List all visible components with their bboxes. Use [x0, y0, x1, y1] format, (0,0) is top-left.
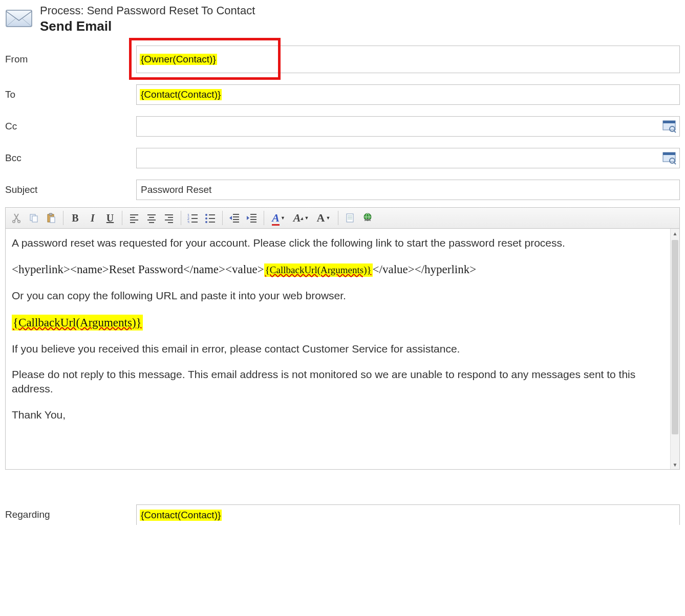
svg-rect-12	[32, 216, 37, 222]
svg-text:3: 3	[187, 221, 189, 223]
page-title: Send Email	[40, 18, 255, 34]
font-color-button[interactable]: A▼	[267, 209, 290, 227]
italic-button[interactable]: I	[84, 209, 101, 227]
svg-point-10	[18, 221, 20, 223]
svg-rect-6	[663, 152, 675, 155]
mail-icon	[5, 5, 33, 30]
body-text: {CallbackUrl(Arguments)}	[12, 315, 664, 331]
page-header: Process: Send Password Reset To Contact …	[2, 2, 683, 43]
svg-rect-48	[347, 214, 353, 222]
svg-rect-15	[50, 217, 55, 223]
insert-hyperlink-button[interactable]	[359, 209, 376, 227]
editor-container: A password reset was requested for your …	[5, 229, 680, 470]
callback-url-token[interactable]: {CallbackUrl(Arguments)}	[264, 263, 373, 277]
toolbar-separator	[63, 211, 63, 225]
editor-scrollbar[interactable]: ▲ ▼	[670, 229, 679, 469]
scroll-up-button[interactable]: ▲	[671, 229, 679, 238]
bulleted-list-button[interactable]	[202, 209, 219, 227]
svg-text:2: 2	[187, 217, 189, 221]
to-input[interactable]: {Contact(Contact)}	[136, 84, 680, 105]
indent-button[interactable]	[243, 209, 261, 227]
from-label: From	[5, 54, 136, 65]
scroll-down-button[interactable]: ▼	[671, 460, 679, 469]
svg-point-34	[205, 214, 207, 216]
svg-text:1: 1	[187, 213, 189, 217]
toolbar-separator	[181, 211, 181, 225]
underline-button[interactable]: U	[101, 209, 119, 227]
to-row: To {Contact(Contact)}	[2, 82, 683, 107]
bcc-input[interactable]	[136, 148, 680, 168]
chevron-down-icon: ▼	[304, 215, 309, 221]
align-left-button[interactable]	[125, 209, 143, 227]
callback-url-token[interactable]: {CallbackUrl(Arguments)}	[12, 315, 143, 331]
svg-line-4	[674, 130, 676, 133]
cc-row: Cc	[2, 114, 683, 139]
align-right-button[interactable]	[160, 209, 178, 227]
numbered-list-button[interactable]: 123	[184, 209, 202, 227]
process-label: Process: Send Password Reset To Contact	[40, 4, 255, 17]
font-face-button[interactable]: A▼	[312, 209, 335, 227]
cc-label: Cc	[5, 121, 136, 132]
svg-rect-14	[49, 213, 52, 215]
bcc-row: Bcc	[2, 146, 683, 170]
to-token[interactable]: {Contact(Contact)}	[140, 89, 222, 100]
body-text: If you believe you received this email i…	[12, 342, 664, 356]
from-token[interactable]: {Owner(Contact)}	[140, 54, 217, 65]
svg-point-36	[205, 221, 207, 223]
subject-input[interactable]	[136, 180, 680, 200]
insert-item-button[interactable]	[341, 209, 359, 227]
toolbar-separator	[122, 211, 122, 225]
copy-button[interactable]	[25, 209, 42, 227]
regarding-row: Regarding {Contact(Contact)}	[2, 502, 683, 527]
toolbar-separator	[222, 211, 223, 225]
editor-toolbar: B I U 123 A▼ A▴▼ A▼	[5, 207, 680, 229]
subject-label: Subject	[5, 184, 136, 195]
bcc-lookup-button[interactable]	[660, 149, 678, 167]
cc-input[interactable]	[136, 116, 680, 137]
svg-rect-0	[6, 10, 32, 27]
body-text: Or you can copy the following URL and pa…	[12, 289, 664, 303]
toolbar-separator	[338, 211, 338, 225]
svg-point-35	[205, 217, 207, 219]
bold-button[interactable]: B	[67, 209, 84, 227]
email-body-editor[interactable]: A password reset was requested for your …	[6, 229, 670, 469]
regarding-token[interactable]: {Contact(Contact)}	[140, 510, 222, 521]
chevron-down-icon: ▼	[281, 215, 285, 221]
svg-point-9	[13, 221, 15, 223]
from-row: From {Owner(Contact)}	[2, 43, 683, 75]
svg-rect-2	[663, 121, 675, 123]
align-center-button[interactable]	[143, 209, 160, 227]
cc-lookup-button[interactable]	[660, 118, 678, 135]
cut-button[interactable]	[8, 209, 25, 227]
body-text: <hyperlink><name>Reset Password</name><v…	[12, 261, 664, 277]
body-text: Thank You,	[12, 408, 664, 422]
scroll-thumb[interactable]	[672, 240, 678, 434]
paste-button[interactable]	[42, 209, 60, 227]
subject-row: Subject	[2, 178, 683, 202]
chevron-down-icon: ▼	[326, 215, 330, 221]
to-label: To	[5, 89, 136, 100]
regarding-label: Regarding	[5, 509, 136, 520]
font-size-button[interactable]: A▴▼	[290, 209, 312, 227]
body-text: Please do not reply to this message. Thi…	[12, 367, 664, 397]
toolbar-separator	[264, 211, 264, 225]
svg-line-8	[674, 162, 676, 164]
from-input[interactable]: {Owner(Contact)}	[136, 46, 680, 73]
bcc-label: Bcc	[5, 152, 136, 164]
outdent-button[interactable]	[226, 209, 243, 227]
body-text: A password reset was requested for your …	[12, 236, 664, 250]
regarding-input[interactable]: {Contact(Contact)}	[136, 504, 680, 525]
